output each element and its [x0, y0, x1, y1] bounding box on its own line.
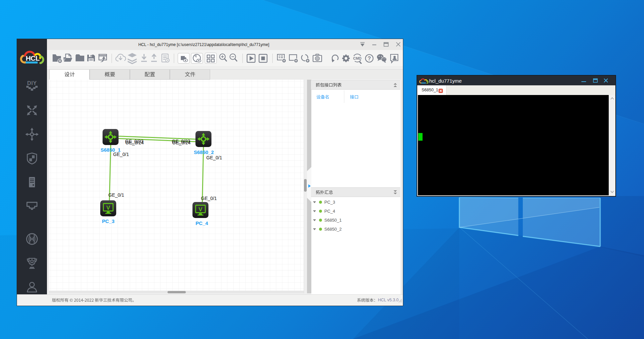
- svg-text:PC_3: PC_3: [102, 218, 115, 224]
- svg-text:GE_0/24: GE_0/24: [172, 140, 190, 145]
- svg-text:GE_0/1: GE_0/1: [206, 155, 222, 160]
- svg-text:PC_4: PC_4: [195, 220, 208, 226]
- svg-text:V: V: [106, 205, 110, 211]
- svg-text:CMD: CMD: [353, 56, 361, 60]
- svg-text:GE_0/1: GE_0/1: [201, 196, 217, 201]
- svg-text:V: V: [198, 206, 202, 213]
- svg-text:S6850_1: S6850_1: [101, 147, 121, 153]
- svg-text:GE_0/1: GE_0/1: [108, 192, 124, 198]
- svg-text:DIY: DIY: [27, 80, 37, 86]
- svg-text:?: ?: [368, 56, 371, 61]
- svg-text:GE_0/24: GE_0/24: [126, 140, 144, 145]
- svg-text:S6850_2: S6850_2: [194, 149, 214, 155]
- svg-text:HCL: HCL: [26, 54, 40, 62]
